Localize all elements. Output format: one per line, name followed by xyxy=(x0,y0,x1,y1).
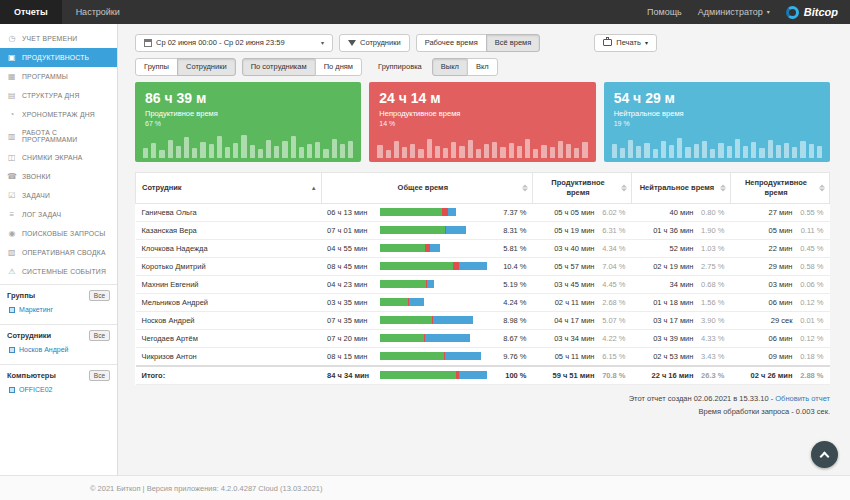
unproductive-time-cell: 06 мин0.12 % xyxy=(730,329,829,347)
sidebar-item-task-log[interactable]: ≡ЛОГ ЗАДАЧ xyxy=(0,205,117,224)
filter-section-groups: ГруппыВсеМаркетинг xyxy=(0,284,117,321)
column-header[interactable]: Общее время xyxy=(321,172,532,203)
scroll-top-button[interactable] xyxy=(811,441,838,468)
user-menu[interactable]: Администратор ▾ xyxy=(698,7,770,17)
sidebar-item-time-tracking[interactable]: ◷УЧЕТ ВРЕМЕНИ xyxy=(0,29,117,48)
employee-name[interactable]: Махнин Евгений xyxy=(136,275,322,293)
mini-bar xyxy=(751,142,756,158)
mini-bar xyxy=(468,140,473,157)
date-range-select[interactable]: Ср 02 июня 00:00 - Ср 02 июня 23:59 ▾ xyxy=(135,34,333,52)
mini-bar xyxy=(225,147,230,158)
sidebar-item-programs[interactable]: ▦ПРОГРАММЫ xyxy=(0,67,117,86)
mini-bar xyxy=(484,144,489,157)
filter-item[interactable]: Носков Андрей xyxy=(7,344,110,355)
grouping-on-button[interactable]: Вкл xyxy=(467,58,498,76)
main-content: Ср 02 июня 00:00 - Ср 02 июня 23:59 ▾ Со… xyxy=(118,24,850,475)
work-time-button[interactable]: Рабочее время xyxy=(416,34,487,52)
by-days-button[interactable]: По дням xyxy=(315,58,362,76)
table-row: Казанская Вера07 ч 01 мин8.31 %05 ч 19 м… xyxy=(136,221,830,239)
percent-value: 4.45 % xyxy=(599,280,625,289)
neutral-segment xyxy=(448,208,456,216)
filter-section-title: Группы xyxy=(7,291,35,300)
total-time-content: 84 ч 34 мин100 % xyxy=(327,371,526,380)
filter-item[interactable]: Маркетинг xyxy=(7,304,110,315)
sidebar-item-productivity[interactable]: ▣ПРОДУКТИВНОСТЬ xyxy=(0,48,117,67)
employee-name[interactable]: Ганичева Ольга xyxy=(136,203,322,221)
sidebar-item-screenshots[interactable]: ◫СНИМКИ ЭКРАНА xyxy=(0,148,117,167)
card-mini-chart xyxy=(612,134,822,158)
mini-bar xyxy=(451,142,456,157)
employee-name[interactable]: Чегодаев Артём xyxy=(136,329,322,347)
percent-value: 0.45 % xyxy=(798,244,824,253)
print-button[interactable]: Печать ▾ xyxy=(594,34,657,52)
column-header[interactable]: Нейтральное время xyxy=(631,172,730,203)
apps-icon: ▦ xyxy=(7,72,17,81)
tab-settings[interactable]: Настройки xyxy=(62,0,134,24)
help-link[interactable]: Помощь xyxy=(647,7,682,17)
time-value: 06 мин xyxy=(769,298,793,307)
select-all-button[interactable]: Все xyxy=(89,370,110,381)
percent-value: 10.4 % xyxy=(493,262,527,271)
employees-view-button[interactable]: Сотрудники xyxy=(177,58,236,76)
select-all-button[interactable]: Все xyxy=(89,330,110,341)
by-employees-button[interactable]: По сотрудникам xyxy=(242,58,316,76)
employee-name[interactable]: Клочкова Надежда xyxy=(136,239,322,257)
grouping-label: Группировка xyxy=(378,62,422,71)
sidebar-item-label: ПРОГРАММЫ xyxy=(22,73,68,80)
all-time-button[interactable]: Всё время xyxy=(486,34,541,52)
total-time-cell: 84 ч 34 мин100 % xyxy=(321,366,532,385)
neutral-segment xyxy=(445,352,480,360)
employee-name[interactable]: Носков Андрей xyxy=(136,311,322,329)
time-value: 02 ч 19 мин xyxy=(653,262,693,271)
tab-reports[interactable]: Отчеты xyxy=(0,0,62,24)
productive-time-cell: 04 ч 17 мин5.07 % xyxy=(533,311,632,329)
window-icon: ▥ xyxy=(7,132,17,141)
sidebar-item-search-queries[interactable]: ◉ПОИСКОВЫЕ ЗАПРОСЫ xyxy=(0,224,117,243)
table-row: Махнин Евгений04 ч 23 мин5.19 %03 ч 45 м… xyxy=(136,275,830,293)
stacked-bar xyxy=(380,262,487,270)
sidebar-item-system-events[interactable]: ⚠СИСТЕМНЫЕ СОБЫТИЯ xyxy=(0,262,117,281)
mini-bar xyxy=(266,140,271,158)
phone-icon: ☎ xyxy=(7,172,17,181)
mini-bar xyxy=(476,149,481,158)
employees-filter-button[interactable]: Сотрудники xyxy=(339,34,410,52)
sidebar-item-program-work[interactable]: ▥РАБОТА С ПРОГРАММАМИ xyxy=(0,124,117,148)
total-time-cell: 08 ч 45 мин10.4 % xyxy=(321,257,532,275)
refresh-report-link[interactable]: Обновить отчет xyxy=(775,394,830,403)
total-time-content: 04 ч 23 мин5.19 % xyxy=(327,280,526,289)
sidebar-item-day-timing[interactable]: ◔ХРОНОМЕТРАЖ ДНЯ xyxy=(0,105,117,124)
gauge-icon: ▣ xyxy=(7,53,17,62)
checkbox-icon xyxy=(9,307,15,313)
time-value: 08 ч 15 мин xyxy=(327,352,375,361)
sidebar-item-operational-summary[interactable]: ▧ОПЕРАТИВНАЯ СВОДКА xyxy=(0,243,117,262)
employee-name[interactable]: Мельников Андрей xyxy=(136,293,322,311)
employee-name[interactable]: Чикризов Антон xyxy=(136,347,322,366)
employee-name[interactable]: Казанская Вера xyxy=(136,221,322,239)
percent-value: 7.04 % xyxy=(599,262,625,271)
time-value: 06 ч 13 мин xyxy=(327,208,375,217)
column-header[interactable]: Сотрудник▲ xyxy=(136,172,322,203)
filter-item[interactable]: OFFICE02 xyxy=(7,384,110,395)
time-value: 05 ч 57 мин xyxy=(554,262,594,271)
mini-bar xyxy=(427,139,432,157)
print-label: Печать xyxy=(616,38,641,48)
sidebar-item-tasks[interactable]: ☑ЗАДАЧИ xyxy=(0,186,117,205)
printer-icon xyxy=(603,39,612,46)
stacked-bar xyxy=(380,208,487,216)
column-header[interactable]: Продуктивное время xyxy=(533,172,632,203)
mini-bar xyxy=(743,146,748,158)
mini-bar xyxy=(258,149,263,157)
column-header[interactable]: Непродуктивное время xyxy=(730,172,829,203)
select-all-button[interactable]: Все xyxy=(89,290,110,301)
sidebar-item-calls[interactable]: ☎ЗВОНКИ xyxy=(0,167,117,186)
neutral-time-cell: 02 ч 19 мин2.75 % xyxy=(631,257,730,275)
groups-view-button[interactable]: Группы xyxy=(135,58,178,76)
sidebar-item-day-structure[interactable]: ▤СТРУКТУРА ДНЯ xyxy=(0,86,117,105)
employee-name[interactable]: Коротько Дмитрий xyxy=(136,257,322,275)
report-processing-text: Время обработки запроса - 0.003 сек. xyxy=(135,405,830,419)
grouping-off-button[interactable]: Выкл xyxy=(432,58,468,76)
sidebar: ◷УЧЕТ ВРЕМЕНИ▣ПРОДУКТИВНОСТЬ▦ПРОГРАММЫ▤С… xyxy=(0,24,118,475)
bitcop-logo-text: Bitcop xyxy=(804,6,838,18)
stacked-bar xyxy=(380,371,487,379)
time-value: 09 мин xyxy=(769,352,793,361)
